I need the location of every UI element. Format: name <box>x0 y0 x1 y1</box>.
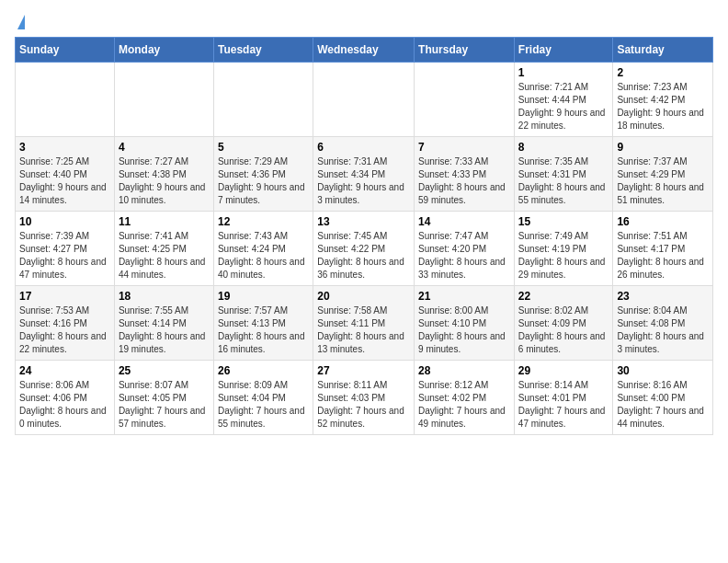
day-info: Sunrise: 7:31 AM Sunset: 4:34 PM Dayligh… <box>317 155 410 207</box>
calendar-cell: 17Sunrise: 7:53 AM Sunset: 4:16 PM Dayli… <box>16 286 115 361</box>
day-number: 29 <box>518 364 609 377</box>
calendar-cell: 12Sunrise: 7:43 AM Sunset: 4:24 PM Dayli… <box>213 212 313 286</box>
day-number: 14 <box>418 215 510 228</box>
calendar-cell: 10Sunrise: 7:39 AM Sunset: 4:27 PM Dayli… <box>16 212 115 286</box>
calendar-cell: 28Sunrise: 8:12 AM Sunset: 4:02 PM Dayli… <box>415 361 515 435</box>
day-number: 12 <box>218 215 309 228</box>
day-number: 21 <box>418 290 510 303</box>
page-header <box>15 15 713 29</box>
calendar-cell: 15Sunrise: 7:49 AM Sunset: 4:19 PM Dayli… <box>514 212 613 286</box>
day-number: 9 <box>617 141 709 154</box>
day-info: Sunrise: 7:25 AM Sunset: 4:40 PM Dayligh… <box>19 155 110 207</box>
calendar-cell: 5Sunrise: 7:29 AM Sunset: 4:36 PM Daylig… <box>213 137 313 212</box>
day-number: 2 <box>617 66 709 79</box>
calendar-cell: 2Sunrise: 7:23 AM Sunset: 4:42 PM Daylig… <box>613 63 713 137</box>
day-info: Sunrise: 7:35 AM Sunset: 4:31 PM Dayligh… <box>518 155 609 207</box>
calendar-cell: 22Sunrise: 8:02 AM Sunset: 4:09 PM Dayli… <box>514 286 613 361</box>
calendar-cell: 26Sunrise: 8:09 AM Sunset: 4:04 PM Dayli… <box>213 361 313 435</box>
day-info: Sunrise: 8:09 AM Sunset: 4:04 PM Dayligh… <box>218 379 309 431</box>
day-info: Sunrise: 7:49 AM Sunset: 4:19 PM Dayligh… <box>518 230 609 282</box>
day-header-sunday: Sunday <box>16 38 115 63</box>
day-info: Sunrise: 7:45 AM Sunset: 4:22 PM Dayligh… <box>317 230 410 282</box>
day-number: 27 <box>317 364 410 377</box>
day-number: 26 <box>218 364 309 377</box>
calendar-cell: 3Sunrise: 7:25 AM Sunset: 4:40 PM Daylig… <box>16 137 115 212</box>
day-info: Sunrise: 7:29 AM Sunset: 4:36 PM Dayligh… <box>218 155 309 207</box>
day-info: Sunrise: 8:04 AM Sunset: 4:08 PM Dayligh… <box>617 304 709 356</box>
day-info: Sunrise: 7:33 AM Sunset: 4:33 PM Dayligh… <box>418 155 510 207</box>
day-number: 13 <box>317 215 410 228</box>
calendar-cell <box>16 63 115 137</box>
day-header-thursday: Thursday <box>415 38 515 63</box>
day-number: 30 <box>617 364 709 377</box>
calendar-cell <box>213 63 313 137</box>
day-number: 22 <box>518 290 609 303</box>
day-header-wednesday: Wednesday <box>313 38 415 63</box>
day-info: Sunrise: 7:43 AM Sunset: 4:24 PM Dayligh… <box>218 230 309 282</box>
day-number: 3 <box>19 141 110 154</box>
calendar-cell: 24Sunrise: 8:06 AM Sunset: 4:06 PM Dayli… <box>16 361 115 435</box>
calendar-cell: 30Sunrise: 8:16 AM Sunset: 4:00 PM Dayli… <box>613 361 713 435</box>
day-info: Sunrise: 7:27 AM Sunset: 4:38 PM Dayligh… <box>119 155 210 207</box>
calendar-cell: 6Sunrise: 7:31 AM Sunset: 4:34 PM Daylig… <box>313 137 415 212</box>
calendar-cell: 23Sunrise: 8:04 AM Sunset: 4:08 PM Dayli… <box>613 286 713 361</box>
calendar-cell: 9Sunrise: 7:37 AM Sunset: 4:29 PM Daylig… <box>613 137 713 212</box>
calendar-cell: 25Sunrise: 8:07 AM Sunset: 4:05 PM Dayli… <box>114 361 213 435</box>
calendar-cell: 20Sunrise: 7:58 AM Sunset: 4:11 PM Dayli… <box>313 286 415 361</box>
day-info: Sunrise: 8:02 AM Sunset: 4:09 PM Dayligh… <box>518 304 609 356</box>
calendar-cell: 29Sunrise: 8:14 AM Sunset: 4:01 PM Dayli… <box>514 361 613 435</box>
calendar-week-5: 24Sunrise: 8:06 AM Sunset: 4:06 PM Dayli… <box>16 361 713 435</box>
calendar-cell: 1Sunrise: 7:21 AM Sunset: 4:44 PM Daylig… <box>514 63 613 137</box>
day-number: 8 <box>518 141 609 154</box>
calendar-cell <box>114 63 213 137</box>
day-info: Sunrise: 7:58 AM Sunset: 4:11 PM Dayligh… <box>317 304 410 356</box>
day-number: 7 <box>418 141 510 154</box>
day-info: Sunrise: 7:53 AM Sunset: 4:16 PM Dayligh… <box>19 304 110 356</box>
day-number: 15 <box>518 215 609 228</box>
day-info: Sunrise: 8:00 AM Sunset: 4:10 PM Dayligh… <box>418 304 510 356</box>
calendar-cell: 21Sunrise: 8:00 AM Sunset: 4:10 PM Dayli… <box>415 286 515 361</box>
day-number: 24 <box>19 364 110 377</box>
day-number: 1 <box>518 66 609 79</box>
calendar-cell: 7Sunrise: 7:33 AM Sunset: 4:33 PM Daylig… <box>415 137 515 212</box>
day-number: 19 <box>218 290 309 303</box>
day-info: Sunrise: 8:16 AM Sunset: 4:00 PM Dayligh… <box>617 379 709 431</box>
day-info: Sunrise: 7:55 AM Sunset: 4:14 PM Dayligh… <box>119 304 210 356</box>
calendar-cell: 16Sunrise: 7:51 AM Sunset: 4:17 PM Dayli… <box>613 212 713 286</box>
calendar-cell: 13Sunrise: 7:45 AM Sunset: 4:22 PM Dayli… <box>313 212 415 286</box>
day-info: Sunrise: 7:23 AM Sunset: 4:42 PM Dayligh… <box>617 81 709 132</box>
day-number: 20 <box>317 290 410 303</box>
calendar-cell: 14Sunrise: 7:47 AM Sunset: 4:20 PM Dayli… <box>415 212 515 286</box>
day-info: Sunrise: 7:39 AM Sunset: 4:27 PM Dayligh… <box>19 230 110 282</box>
day-info: Sunrise: 8:14 AM Sunset: 4:01 PM Dayligh… <box>518 379 609 431</box>
day-info: Sunrise: 8:06 AM Sunset: 4:06 PM Dayligh… <box>19 379 110 431</box>
day-number: 11 <box>119 215 210 228</box>
calendar-week-4: 17Sunrise: 7:53 AM Sunset: 4:16 PM Dayli… <box>16 286 713 361</box>
day-number: 17 <box>19 290 110 303</box>
day-header-tuesday: Tuesday <box>213 38 313 63</box>
calendar-cell: 18Sunrise: 7:55 AM Sunset: 4:14 PM Dayli… <box>114 286 213 361</box>
day-number: 23 <box>617 290 709 303</box>
calendar-table: SundayMondayTuesdayWednesdayThursdayFrid… <box>15 37 713 435</box>
day-number: 16 <box>617 215 709 228</box>
day-info: Sunrise: 8:12 AM Sunset: 4:02 PM Dayligh… <box>418 379 510 431</box>
day-header-friday: Friday <box>514 38 613 63</box>
calendar-cell <box>415 63 515 137</box>
logo-triangle-icon <box>17 15 25 29</box>
day-number: 28 <box>418 364 510 377</box>
logo <box>15 15 25 29</box>
calendar-week-3: 10Sunrise: 7:39 AM Sunset: 4:27 PM Dayli… <box>16 212 713 286</box>
day-number: 25 <box>119 364 210 377</box>
day-number: 6 <box>317 141 410 154</box>
day-number: 5 <box>218 141 309 154</box>
day-number: 18 <box>119 290 210 303</box>
day-number: 4 <box>119 141 210 154</box>
day-info: Sunrise: 7:51 AM Sunset: 4:17 PM Dayligh… <box>617 230 709 282</box>
day-header-saturday: Saturday <box>613 38 713 63</box>
day-info: Sunrise: 7:47 AM Sunset: 4:20 PM Dayligh… <box>418 230 510 282</box>
day-info: Sunrise: 7:57 AM Sunset: 4:13 PM Dayligh… <box>218 304 309 356</box>
calendar-week-2: 3Sunrise: 7:25 AM Sunset: 4:40 PM Daylig… <box>16 137 713 212</box>
calendar-cell: 19Sunrise: 7:57 AM Sunset: 4:13 PM Dayli… <box>213 286 313 361</box>
calendar-cell: 27Sunrise: 8:11 AM Sunset: 4:03 PM Dayli… <box>313 361 415 435</box>
day-info: Sunrise: 8:07 AM Sunset: 4:05 PM Dayligh… <box>119 379 210 431</box>
